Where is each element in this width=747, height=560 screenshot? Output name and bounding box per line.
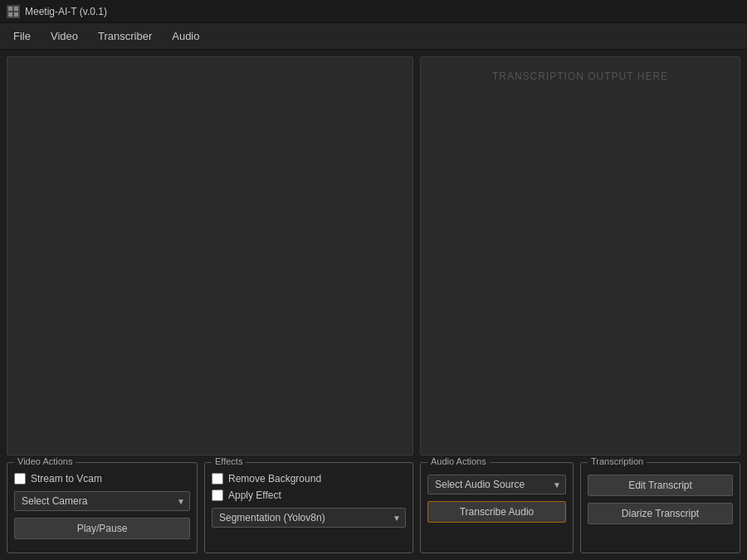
select-camera-row: Select Camera ▼ bbox=[14, 491, 190, 511]
remove-background-checkbox[interactable] bbox=[212, 473, 223, 485]
transcription-label: Transcription bbox=[588, 456, 647, 466]
title-bar: Meetig-AI-T (v.0.1) bbox=[0, 0, 747, 23]
svg-rect-3 bbox=[8, 12, 12, 17]
apply-effect-row: Apply Effect bbox=[212, 489, 406, 501]
transcribe-audio-button[interactable]: Transcribe Audio bbox=[427, 501, 566, 523]
left-panel: Video Actions Stream to Vcam Select Came… bbox=[7, 56, 413, 553]
apply-effect-label: Apply Effect bbox=[228, 489, 281, 501]
apply-effect-checkbox[interactable] bbox=[212, 489, 223, 501]
transcription-output-area: TRANSCRIPTION OUTPUT HERE bbox=[420, 56, 740, 455]
stream-to-vcam-label: Stream to Vcam bbox=[31, 473, 102, 485]
video-area bbox=[7, 56, 413, 455]
bottom-controls: Video Actions Stream to Vcam Select Came… bbox=[7, 462, 413, 553]
stream-to-vcam-checkbox[interactable] bbox=[14, 473, 26, 485]
svg-rect-4 bbox=[14, 12, 18, 17]
menu-item-video[interactable]: Video bbox=[41, 27, 88, 46]
effects-label: Effects bbox=[212, 456, 246, 466]
app-title: Meetig-AI-T (v.0.1) bbox=[25, 6, 107, 17]
main-content: Video Actions Stream to Vcam Select Came… bbox=[0, 50, 747, 560]
menu-item-transcriber[interactable]: Transcriber bbox=[88, 27, 162, 46]
audio-actions-label: Audio Actions bbox=[427, 456, 490, 466]
bottom-right-controls: Audio Actions Select Audio Source ▼ Tran… bbox=[420, 462, 740, 553]
video-actions-label: Video Actions bbox=[14, 456, 76, 466]
segmentation-dropdown[interactable]: Segmentation (Yolov8n) bbox=[212, 508, 406, 528]
effects-panel: Effects Remove Background Apply Effect S… bbox=[204, 462, 413, 553]
play-pause-button[interactable]: Play/Pause bbox=[14, 518, 190, 539]
segmentation-wrapper: Segmentation (Yolov8n) ▼ bbox=[212, 508, 406, 528]
app-icon bbox=[7, 5, 20, 18]
right-panel: TRANSCRIPTION OUTPUT HERE Audio Actions … bbox=[420, 56, 740, 553]
select-audio-source-wrapper: Select Audio Source ▼ bbox=[427, 475, 566, 494]
transcription-panel: Transcription Edit Transcript Diarize Tr… bbox=[580, 462, 740, 553]
transcription-placeholder: TRANSCRIPTION OUTPUT HERE bbox=[492, 71, 668, 82]
svg-rect-2 bbox=[14, 7, 18, 11]
svg-rect-1 bbox=[8, 7, 12, 11]
menu-bar: File Video Transcriber Audio bbox=[0, 23, 747, 50]
menu-item-audio[interactable]: Audio bbox=[162, 27, 209, 46]
menu-item-file[interactable]: File bbox=[3, 27, 41, 46]
audio-actions-panel: Audio Actions Select Audio Source ▼ Tran… bbox=[420, 462, 574, 553]
select-camera-dropdown[interactable]: Select Camera bbox=[14, 491, 190, 511]
stream-to-vcam-row: Stream to Vcam bbox=[14, 473, 190, 485]
edit-transcript-button[interactable]: Edit Transcript bbox=[588, 475, 733, 496]
diarize-transcript-button[interactable]: Diarize Transcript bbox=[588, 503, 733, 524]
video-actions-panel: Video Actions Stream to Vcam Select Came… bbox=[7, 462, 198, 553]
select-audio-source-row: Select Audio Source ▼ bbox=[427, 475, 566, 494]
select-camera-wrapper: Select Camera ▼ bbox=[14, 491, 190, 511]
segmentation-row: Segmentation (Yolov8n) ▼ bbox=[212, 508, 406, 528]
remove-background-label: Remove Background bbox=[228, 473, 321, 485]
remove-background-row: Remove Background bbox=[212, 473, 406, 485]
select-audio-source-dropdown[interactable]: Select Audio Source bbox=[427, 475, 566, 494]
